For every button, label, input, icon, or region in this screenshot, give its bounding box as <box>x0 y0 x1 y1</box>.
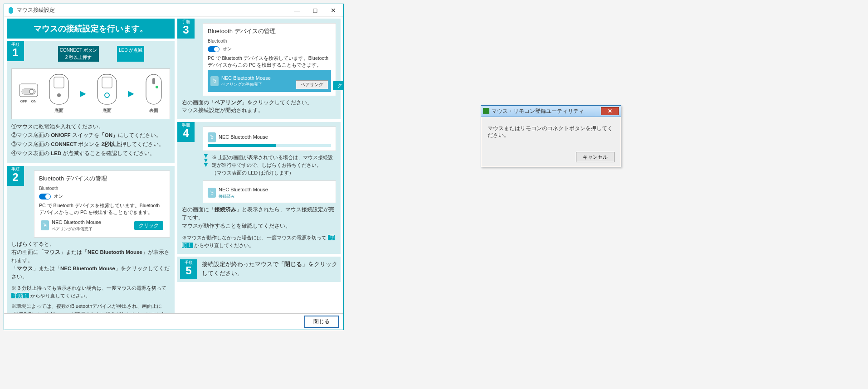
dialog-cancel-button[interactable]: キャンセル <box>576 152 614 162</box>
bluetooth-label: Bluetooth <box>39 185 165 192</box>
step3-tab: 手順 3 <box>177 19 195 39</box>
device-name: NEC Bluetooth Mouse <box>221 75 271 82</box>
bt-toggle-row: オン <box>208 45 331 52</box>
device-name: NEC Bluetooth Mouse <box>219 134 268 141</box>
footer: 閉じる <box>4 313 343 330</box>
led-tip-text: LED が点滅 <box>119 48 142 53</box>
minimize-button[interactable]: — <box>288 5 306 16</box>
step1-line2: ②マウス底面の ON/OFF スイッチを「ON」にしてください。 <box>11 131 170 140</box>
close-window-button[interactable]: ✕ <box>324 5 342 16</box>
switch-off-label: OFF <box>20 99 28 104</box>
step1-tips-row: CONNECT ボタン 2 秒以上押す LED が点滅 <box>11 46 170 66</box>
step5-text: 接続設定が終わったマウスで「閉じる」をクリックしてください。 <box>202 260 338 278</box>
bt-manage-title: Bluetooth デバイスの管理 <box>208 27 331 35</box>
maximize-button[interactable]: □ <box>306 5 324 16</box>
step3-bt-panel: Bluetooth デバイスの管理 Bluetooth オン PC で Blue… <box>203 23 336 96</box>
mouse-icon: 🖱 <box>208 188 216 198</box>
device-status: ペアリングの準備完了 <box>221 82 271 88</box>
step4-text: 右の画面に「接続済み」と表示されたら、マウス接続設定が完了です。 マウスが動作す… <box>182 206 336 249</box>
app-icon <box>8 7 14 14</box>
step5-panel: 手順 5 接続設定が終わったマウスで「閉じる」をクリックしてください。 <box>177 257 341 282</box>
step1-line4: ④マウス表面の LED が点滅することを確認してください。 <box>11 150 170 158</box>
bluetooth-toggle-icon <box>39 194 51 199</box>
step5-tab: 手順 5 <box>180 259 197 279</box>
caption-bottom-2: 底面 <box>102 107 112 114</box>
bt-search-text: PC で Bluetooth デバイスを検索しています。Bluetooth デバ… <box>208 55 331 68</box>
dialog-app-icon <box>483 108 489 114</box>
content-area: マウスの接続設定を行います。 手順 1 CONNECT ボタン 2 秒以上押す … <box>4 17 343 313</box>
device-row: 🖱 NEC Bluetooth Mouse ペアリングの準備完了 クリック <box>39 217 165 233</box>
arrow-icon: ▶ <box>80 88 86 100</box>
bluetooth-toggle-icon <box>208 46 219 52</box>
close-button[interactable]: 閉じる <box>304 316 339 328</box>
step1-illustration: OFF ON 底面 ▶ <box>11 68 170 119</box>
bt-on-label: オン <box>223 46 232 51</box>
utility-dialog: マウス・リモコン登録ユーティリティ ✕ マウスまたはリモコンのコネクトボタンを押… <box>481 105 621 167</box>
step4-progress-card: 🖱 NEC Bluetooth Mouse <box>203 126 336 151</box>
step2-tab: 手順 2 <box>7 166 24 186</box>
step4-mid2: （マウス表面の LED は消灯します） <box>212 169 336 177</box>
step1-panel: 手順 1 CONNECT ボタン 2 秒以上押す LED が点滅 <box>7 41 175 163</box>
step4-note: ※マウスが動作しなかった場合には、一度マウスの電源を切って 手順 1 からやり直… <box>182 234 336 249</box>
step4-tab: 手順 4 <box>177 122 195 142</box>
device-name: NEC Bluetooth Mouse <box>52 219 101 226</box>
step5-number: 5 <box>180 265 197 276</box>
right-column: 手順 3 Bluetooth デバイスの管理 Bluetooth オン PC で… <box>177 19 341 312</box>
mouse-icon: 🖱 <box>208 132 216 142</box>
step4-panel: 手順 4 🖱 NEC Bluetooth Mouse ▼▼▼ ※ 上記の画 <box>177 122 341 254</box>
svg-rect-10 <box>152 78 155 84</box>
led-tip: LED が点滅 <box>117 46 144 62</box>
dialog-titlebar: マウス・リモコン登録ユーティリティ ✕ <box>481 106 621 117</box>
window-title: マウス接続設定 <box>17 6 288 14</box>
dialog-message: マウスまたはリモコンのコネクトボタンを押してください。 <box>488 125 614 139</box>
dialog-body: マウスまたはリモコンのコネクトボタンを押してください。 キャンセル <box>481 117 621 167</box>
device-row: 🖱 NEC Bluetooth Mouse <box>208 132 331 142</box>
bt-search-text: PC で Bluetooth デバイスを検索しています。Bluetooth デバ… <box>39 202 165 215</box>
banner: マウスの接続設定を行います。 <box>7 19 175 39</box>
mouse-icon: 🖱 <box>210 76 219 86</box>
mouse-setup-window: マウス接続設定 — □ ✕ マウスの接続設定を行います。 手順 1 CONNEC… <box>4 4 344 330</box>
svg-point-11 <box>156 86 158 88</box>
step1-line3: ③マウス底面の CONNECT ボタンを 2秒以上押してください。 <box>11 141 170 149</box>
down-arrows-icon: ▼▼▼ <box>203 154 209 167</box>
click-tag: クリック <box>333 81 343 90</box>
connect-tip: CONNECT ボタン 2 秒以上押す <box>58 46 99 62</box>
dialog-title: マウス・リモコン登録ユーティリティ <box>492 107 584 115</box>
bt-manage-title: Bluetooth デバイスの管理 <box>39 175 165 183</box>
svg-rect-3 <box>49 74 68 104</box>
step1-instructions: ①マウスに乾電池を入れてください。 ②マウス底面の ON/OFF スイッチを「O… <box>11 123 170 158</box>
step3-text: 右の画面の「ペアリング」をクリックしてください。 マウス接続設定が開始されます。 <box>182 99 336 115</box>
step3-number: 3 <box>177 24 195 35</box>
step2-note1: ※ 3 分以上待っても表示されない場合は、一度マウスの電源を切って 手順 1 か… <box>11 284 170 300</box>
mouse-bottom-1: 底面 <box>49 73 69 114</box>
pair-button[interactable]: ペアリング <box>296 80 328 89</box>
mouse-front: 表面 <box>145 73 163 114</box>
step4-done-card: 🖱 NEC Bluetooth Mouse 接続済み <box>203 180 336 203</box>
step1-tab: 手順 1 <box>7 41 24 61</box>
click-tag: クリック <box>134 221 163 230</box>
step2-panel: 手順 2 Bluetooth デバイスの管理 Bluetooth オン PC で… <box>7 166 175 313</box>
step3-panel: 手順 3 Bluetooth デバイスの管理 Bluetooth オン PC で… <box>177 19 341 119</box>
svg-point-5 <box>57 93 61 97</box>
left-column: マウスの接続設定を行います。 手順 1 CONNECT ボタン 2 秒以上押す … <box>7 19 175 312</box>
step1-number: 1 <box>7 47 24 58</box>
dialog-close-button[interactable]: ✕ <box>601 107 619 115</box>
step2-note2: ※環境によっては、複数のBluetoothデバイスが検出され、画面上に「NEC … <box>11 302 170 313</box>
step2-line2: 「マウス」または「NEC Bluetooth Mouse」をクリックしてください… <box>11 265 170 281</box>
device-status: ペアリングの準備完了 <box>52 226 101 232</box>
svg-rect-6 <box>98 74 117 104</box>
step2-bt-panel: Bluetooth デバイスの管理 Bluetooth オン PC で Blue… <box>34 170 170 238</box>
step4-fin1: 右の画面に「接続済み」と表示されたら、マウス接続設定が完了です。 <box>182 206 336 222</box>
step3-line1: 右の画面の「ペアリング」をクリックしてください。 <box>182 99 336 107</box>
step1-ref: 手順 1 <box>11 293 29 298</box>
step2-text: しばらくすると、 右の画面に「マウス」または「NEC Bluetooth Mou… <box>11 240 170 313</box>
bt-toggle-row: オン <box>39 193 165 199</box>
caption-bottom-1: 底面 <box>54 107 63 114</box>
connect-tip-text: CONNECT ボタン 2 秒以上押す <box>60 48 97 60</box>
bt-on-label: オン <box>54 194 63 199</box>
step2-wait: しばらくすると、 <box>11 240 170 248</box>
step1-line1: ①マウスに乾電池を入れてください。 <box>11 123 170 131</box>
svg-point-2 <box>29 89 34 94</box>
device-status-connected: 接続済み <box>219 194 268 199</box>
step2-line1: 右の画面に「マウス」または「NEC Bluetooth Mouse」が表示されま… <box>11 248 170 265</box>
